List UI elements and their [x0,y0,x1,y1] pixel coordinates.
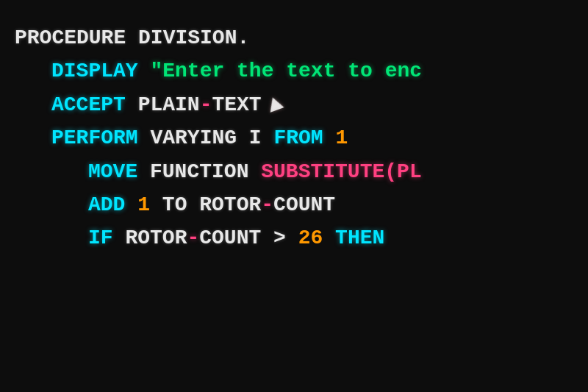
code-line-1: PROCEDURE DIVISION. [15,22,566,54]
num-26: 26 [298,227,335,249]
keyword-procedure: PROCEDURE DIVISION. [15,26,249,49]
keyword-add: ADD [88,193,137,216]
mouse-cursor-icon [268,89,282,121]
keyword-then: THEN [335,227,384,249]
code-editor: PROCEDURE DIVISION. DISPLAY "Enter the t… [0,0,588,278]
string-enter: "Enter the text to enc [150,60,422,82]
keyword-from: FROM [273,126,323,149]
keyword-accept: ACCEPT [51,93,138,116]
var-rotor: ROTOR [199,193,261,216]
code-line-5: MOVE FUNCTION SUBSTITUTE(PL [15,156,566,188]
var-plain: PLAIN [138,93,200,116]
code-line-3: ACCEPT PLAIN-TEXT [15,89,566,121]
dash-1: - [200,93,212,116]
var-text: TEXT [212,93,261,116]
num-1: 1 [323,126,348,149]
keyword-display: DISPLAY [51,60,150,82]
code-line-6: ADD 1 TO ROTOR-COUNT [15,189,566,221]
keyword-perform: PERFORM [51,126,150,149]
func-substitute: SUBSTITUTE(PL [261,160,421,183]
code-line-2: DISPLAY "Enter the text to enc [15,55,566,87]
var-count2: COUNT [199,227,273,249]
var-rotor2: ROTOR [125,227,187,249]
var-count: COUNT [273,193,335,216]
keyword-move: MOVE [88,160,150,183]
keyword-varying: VARYING [150,126,248,149]
dash-2: - [261,193,273,216]
op-gt: > [273,227,298,249]
var-i: I [249,126,274,149]
dash-3: - [187,227,199,249]
code-line-4: PERFORM VARYING I FROM 1 [15,122,566,154]
keyword-if: IF [88,227,125,249]
keyword-to: TO [162,193,199,216]
code-line-7: IF ROTOR-COUNT > 26 THEN [15,222,566,254]
keyword-function: FUNCTION [150,160,261,183]
num-1-add: 1 [137,193,162,216]
